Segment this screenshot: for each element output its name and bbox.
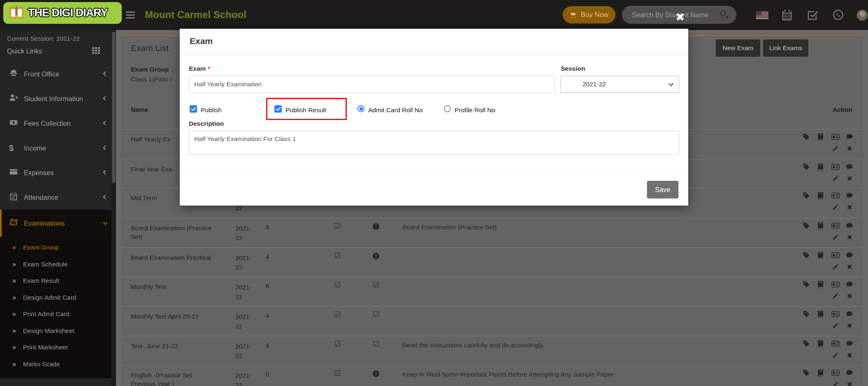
id-card-icon[interactable] xyxy=(831,281,839,288)
submenu-item-exam-result[interactable]: » Exam Result xyxy=(0,273,116,289)
book-icon[interactable] xyxy=(817,133,824,141)
exam-table-row: Monthly Test 2021-22 6 ☑☑ ✖ xyxy=(122,277,862,306)
edit-pencil-icon[interactable] xyxy=(832,263,839,271)
sidebar-item-expenses[interactable]: Expenses xyxy=(0,160,116,185)
save-button[interactable]: Save xyxy=(647,181,678,198)
tag-icon[interactable] xyxy=(803,281,810,288)
delete-x-icon[interactable]: ✖ xyxy=(847,293,852,300)
book-icon[interactable] xyxy=(817,310,824,318)
tag-icon[interactable] xyxy=(803,222,810,229)
row-actions: ✖ xyxy=(803,252,853,271)
book-icon[interactable] xyxy=(817,252,824,259)
submenu-item-design-marksheet[interactable]: » Design Marksheet xyxy=(0,323,116,340)
delete-x-icon[interactable]: ✖ xyxy=(847,263,852,271)
app-logo[interactable]: THE DIGI DIARY xyxy=(3,2,122,24)
tag-icon[interactable] xyxy=(803,369,810,377)
required-asterisk: * xyxy=(208,65,210,72)
edit-pencil-icon[interactable] xyxy=(832,322,839,330)
edit-pencil-icon[interactable] xyxy=(832,204,839,211)
sidebar-item-examinations[interactable]: Examinations xyxy=(0,210,116,237)
tag-icon[interactable] xyxy=(803,310,810,318)
delete-x-icon[interactable]: ✖ xyxy=(847,234,852,241)
exam-session: 2021-22 xyxy=(235,282,258,301)
buy-now-button[interactable]: Buy Now xyxy=(563,6,615,23)
sidebar-item-attendance[interactable]: Attendance xyxy=(0,185,116,210)
language-flag-icon[interactable] xyxy=(756,0,768,30)
submenu-item-marks-grade[interactable]: » Marks Grade xyxy=(0,356,116,373)
new-exam-button[interactable]: New Exam xyxy=(716,39,760,57)
tag-icon[interactable] xyxy=(803,252,810,259)
admit-card-roll-no-radio[interactable] xyxy=(357,105,364,112)
edit-pencil-icon[interactable] xyxy=(832,145,839,153)
delete-x-icon[interactable]: ✖ xyxy=(847,322,852,330)
submenu-item-print-marksheet[interactable]: » Print Marksheet xyxy=(0,339,116,356)
comment-icon[interactable] xyxy=(846,192,853,199)
submenu-item-exam-schedule[interactable]: » Exam Schedule xyxy=(0,256,116,273)
edit-pencil-icon[interactable] xyxy=(832,175,839,183)
whatsapp-icon[interactable] xyxy=(832,0,845,30)
edit-pencil-icon[interactable] xyxy=(832,381,839,386)
comment-icon[interactable] xyxy=(846,340,853,347)
calendar-icon[interactable] xyxy=(781,0,793,30)
tag-icon[interactable] xyxy=(803,133,810,141)
book-icon[interactable] xyxy=(817,340,824,347)
submenu-item-print-admit-card[interactable]: » Print Admit Card xyxy=(0,306,116,323)
book-icon[interactable] xyxy=(817,369,824,377)
id-card-icon[interactable] xyxy=(831,163,839,171)
publish-checkbox[interactable] xyxy=(190,105,197,113)
tag-icon[interactable] xyxy=(803,163,810,171)
search-icon[interactable] xyxy=(720,11,726,16)
comment-icon[interactable] xyxy=(846,252,853,259)
delete-x-icon[interactable]: ✖ xyxy=(847,352,852,359)
sidebar-item-front-office[interactable]: Front Office xyxy=(0,62,116,86)
quick-links-grid-icon[interactable] xyxy=(92,47,101,55)
comment-icon[interactable] xyxy=(846,133,853,141)
id-card-icon[interactable] xyxy=(831,340,839,347)
sidebar-toggle-hamburger-icon[interactable] xyxy=(126,12,135,18)
profile-roll-no-radio[interactable] xyxy=(444,105,451,112)
sidebar-item-student-information[interactable]: Student Information xyxy=(0,86,116,111)
task-check-icon[interactable] xyxy=(806,0,819,30)
delete-x-icon[interactable]: ✖ xyxy=(847,145,852,153)
row-actions: ✖ xyxy=(803,222,853,241)
row-actions: ✖ xyxy=(803,192,853,211)
id-card-icon[interactable] xyxy=(831,133,839,141)
delete-x-icon[interactable]: ✖ xyxy=(847,204,852,211)
book-icon[interactable] xyxy=(817,222,824,229)
submenu-item-exam-group[interactable]: » Exam Group xyxy=(0,239,116,256)
sidebar-item-online-examinations[interactable]: Online Examinations xyxy=(0,378,116,386)
link-exams-button[interactable]: Link Exams xyxy=(763,39,808,57)
comment-icon[interactable] xyxy=(846,163,853,171)
sidebar-item-fees-collection[interactable]: Fees Collection xyxy=(0,111,116,136)
edit-pencil-icon[interactable] xyxy=(832,234,839,241)
book-icon[interactable] xyxy=(817,192,824,199)
sidebar-item-income[interactable]: $ Income xyxy=(0,136,116,160)
search-input[interactable] xyxy=(632,6,718,24)
submenu-item-design-admit-card[interactable]: » Design Admit Card xyxy=(0,289,116,306)
user-avatar[interactable] xyxy=(856,0,868,30)
description-textarea[interactable] xyxy=(189,131,679,155)
edit-pencil-icon[interactable] xyxy=(832,293,839,300)
book-icon[interactable] xyxy=(817,163,824,171)
income-icon: $ xyxy=(9,143,19,153)
delete-x-icon[interactable]: ✖ xyxy=(847,381,852,386)
id-card-icon[interactable] xyxy=(831,310,839,318)
tag-icon[interactable] xyxy=(803,192,810,199)
delete-x-icon[interactable]: ✖ xyxy=(847,175,852,183)
tag-icon[interactable] xyxy=(803,340,810,347)
comment-icon[interactable] xyxy=(846,310,853,318)
id-card-icon[interactable] xyxy=(831,222,839,229)
modal-close-icon[interactable]: ✖ xyxy=(675,11,685,24)
comment-icon[interactable] xyxy=(846,281,853,288)
id-card-icon[interactable] xyxy=(831,252,839,259)
comment-icon[interactable] xyxy=(846,369,853,377)
double-arrow-icon: » xyxy=(12,261,16,268)
book-icon[interactable] xyxy=(817,281,824,288)
session-select[interactable]: 2021-22 xyxy=(561,76,679,93)
exam-name-input[interactable] xyxy=(189,76,555,93)
edit-pencil-icon[interactable] xyxy=(832,352,839,359)
id-card-icon[interactable] xyxy=(831,192,839,199)
comment-icon[interactable] xyxy=(846,222,853,229)
id-card-icon[interactable] xyxy=(831,369,839,377)
sidebar-scrollbar-thumb[interactable] xyxy=(112,32,116,183)
